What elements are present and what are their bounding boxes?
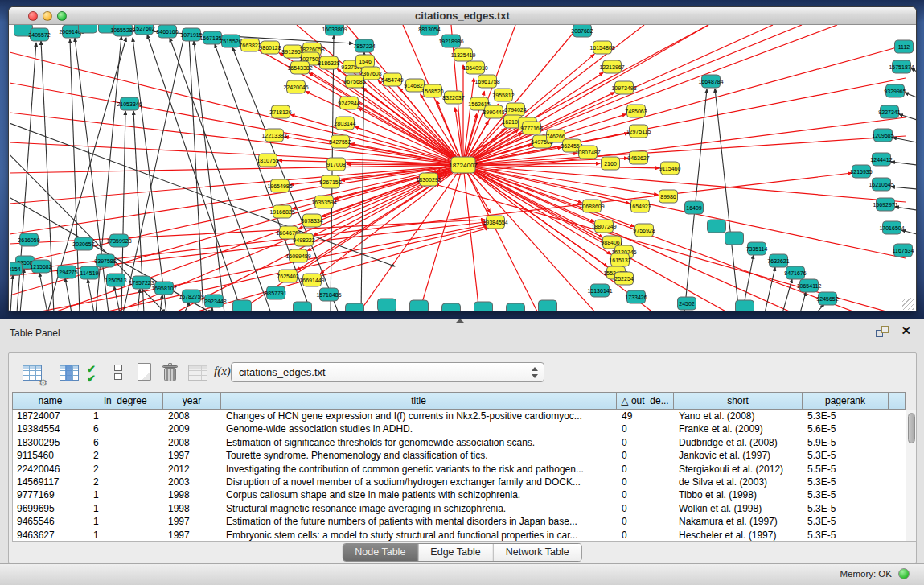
- graph-node[interactable]: [378, 299, 396, 311]
- graph-node[interactable]: [410, 300, 429, 311]
- graph-edge: [10, 113, 463, 165]
- network-canvas[interactable]: 2405572206914061065528715276028466160107…: [10, 25, 916, 311]
- graph-node-label: 8471676: [784, 270, 806, 276]
- vertical-scrollbar[interactable]: [906, 410, 917, 542]
- import-table-button[interactable]: [187, 361, 211, 385]
- scrollbar-thumb[interactable]: [908, 413, 915, 443]
- column-visibility-button[interactable]: [58, 361, 82, 385]
- graph-edge: [891, 187, 916, 189]
- table-cell: 1998: [164, 488, 222, 501]
- graph-node-label: 16154808: [589, 45, 614, 51]
- graph-node[interactable]: [79, 25, 97, 33]
- new-column-button[interactable]: [133, 361, 158, 385]
- desktop-background: citations_edges.txt 24055722069140610655…: [0, 0, 924, 319]
- network-window-titlebar[interactable]: citations_edges.txt: [9, 7, 916, 25]
- graph-node-label: 1112: [898, 44, 910, 50]
- table-row[interactable]: 946362711997Embryonic stem cells: a mode…: [13, 529, 906, 542]
- table-cell: 9463627: [13, 529, 89, 542]
- table-row[interactable]: 977716911998Corpus callosum shape and si…: [13, 488, 906, 501]
- row-selection-button[interactable]: ✔ ✔: [85, 361, 109, 385]
- graph-edge: [170, 38, 271, 311]
- graph-node[interactable]: [725, 232, 744, 245]
- function-builder-button[interactable]: f(x): [214, 365, 231, 378]
- table-row[interactable]: 969969511998Structural magnetic resonanc…: [13, 502, 906, 515]
- stacked-view-button[interactable]: [109, 361, 133, 385]
- graph-node-label: 15692971: [873, 202, 897, 208]
- graph-node-label: 1615132: [609, 257, 630, 263]
- graph-node[interactable]: [708, 220, 726, 233]
- column-header-out_de[interactable]: △ out_de...: [617, 392, 674, 410]
- graph-node-label: 12975115: [626, 129, 651, 134]
- column-header-year[interactable]: year: [163, 392, 221, 410]
- table-row[interactable]: 1830029562008Estimation of significance …: [13, 436, 906, 449]
- delete-button[interactable]: [159, 361, 183, 385]
- table-row[interactable]: 1872400712008Changes of HCN gene express…: [13, 410, 906, 422]
- window-resize-grip[interactable]: [902, 298, 914, 310]
- graph-node-label: 8215935: [850, 169, 872, 175]
- float-panel-icon[interactable]: [876, 326, 889, 337]
- table-cell: 0: [618, 449, 675, 462]
- table-row[interactable]: 911546021997Tourette syndrome. Phenomeno…: [13, 449, 906, 462]
- table-row[interactable]: 1456911722003Disruption of a novel membe…: [13, 476, 906, 488]
- table-cell: 18300295: [13, 436, 89, 449]
- table-cell: 2012: [164, 463, 222, 476]
- table-header-row: namein_degreeyeartitle△ out_de...shortpa…: [12, 392, 906, 410]
- table-cell: 22420046: [13, 463, 89, 476]
- column-header-pagerank[interactable]: pagerank: [803, 392, 889, 410]
- graph-node-label: 8678334: [301, 218, 322, 224]
- graph-node-label: 7857224: [353, 43, 375, 49]
- graph-edge: [463, 165, 906, 202]
- column-header-name[interactable]: name: [12, 392, 88, 410]
- graph-node-label: 1209585: [872, 133, 893, 138]
- tab-edge-table[interactable]: Edge Table: [418, 544, 493, 561]
- table-cell: 5.9E-5: [803, 436, 889, 449]
- table-cell: Nakamura et al. (1997): [675, 515, 803, 528]
- graph-node-label: 10654112: [797, 283, 822, 289]
- graph-node-label: 7335114: [746, 246, 768, 252]
- close-panel-icon[interactable]: ✕: [901, 323, 911, 338]
- table-cell: 19384554: [13, 422, 89, 435]
- graph-node-label: 9329965: [884, 89, 906, 94]
- panel-resize-handle[interactable]: [456, 319, 464, 323]
- graph-node[interactable]: [507, 303, 525, 311]
- graph-node-label: 9884067: [601, 240, 622, 245]
- graph-node-label: 8186328: [318, 60, 339, 66]
- graph-node[interactable]: [442, 303, 461, 311]
- column-header-short[interactable]: short: [674, 392, 803, 410]
- table-cell: 2009: [164, 422, 222, 435]
- graph-node-label: 9242844: [338, 101, 359, 106]
- graph-node[interactable]: [539, 300, 557, 311]
- graph-node-label: 10688609: [579, 204, 604, 209]
- table-cell: 9115460: [13, 449, 89, 462]
- graph-node[interactable]: [346, 303, 364, 311]
- table-cell: Disruption of a novel member of a sodium…: [222, 476, 618, 488]
- graph-node[interactable]: [736, 300, 754, 311]
- graph-node-label: 2367608: [359, 71, 381, 76]
- graph-node-label: 19654985: [267, 183, 292, 189]
- table-options-button[interactable]: ⚙: [21, 361, 45, 385]
- table-cell: 0: [618, 502, 675, 515]
- tab-network-table[interactable]: Network Table: [494, 544, 581, 561]
- table-row[interactable]: 2242004622012Investigating the contribut…: [13, 463, 906, 476]
- graph-node-label: 9857791: [265, 290, 286, 296]
- graph-node-label: 7485063: [625, 109, 647, 114]
- table-cell: Stergiakouli et al. (2012): [675, 463, 803, 476]
- table-cell: 1: [89, 502, 164, 515]
- table-cell: Estimation of the future numbers of pati…: [222, 515, 618, 528]
- table-selector-combobox[interactable]: citations_edges.txt: [231, 362, 544, 382]
- graph-node[interactable]: [294, 302, 312, 311]
- table-cell: de Silva et al. (2003): [675, 476, 803, 488]
- graph-node-label: 10655287: [110, 27, 135, 33]
- tab-node-table[interactable]: Node Table: [343, 544, 418, 561]
- table-panel: Table Panel ✕ ⚙ ✔ ✔: [0, 319, 924, 585]
- graph-node-label: 9756928: [633, 228, 655, 233]
- graph-node[interactable]: [474, 302, 493, 311]
- table-row[interactable]: 946554611997Estimation of the future num…: [13, 515, 906, 528]
- table-row[interactable]: 1938455462009Genome-wide association stu…: [13, 422, 906, 435]
- graph-node[interactable]: [233, 300, 252, 311]
- column-header-in_degree[interactable]: in_degree: [88, 392, 163, 410]
- graph-node-label: 16961758: [474, 79, 499, 84]
- graph-edge: [434, 25, 802, 175]
- graph-node-label: 2718126: [269, 109, 291, 115]
- column-header-title[interactable]: title: [221, 392, 617, 410]
